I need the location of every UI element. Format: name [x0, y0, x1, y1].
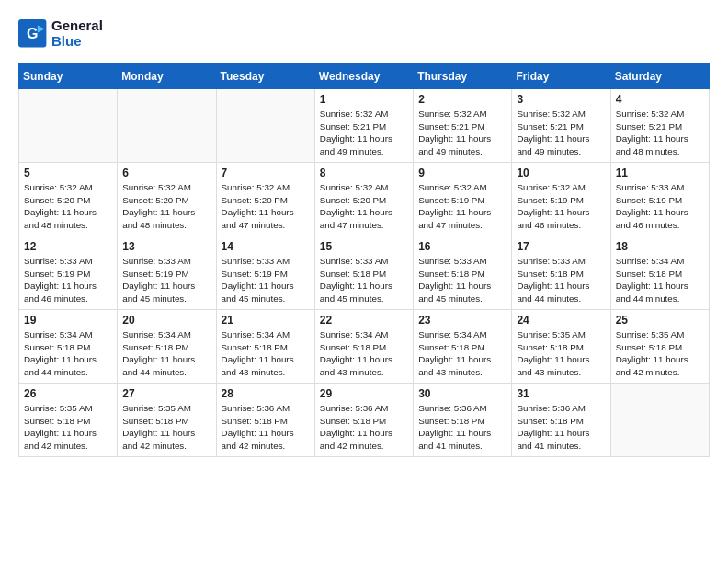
day-of-week-header: Wednesday — [314, 64, 413, 89]
day-info: Sunrise: 5:32 AM Sunset: 5:21 PM Dayligh… — [418, 108, 506, 158]
logo: G General Blue — [18, 18, 103, 49]
page-header: G General Blue — [18, 18, 710, 49]
day-info: Sunrise: 5:32 AM Sunset: 5:20 PM Dayligh… — [320, 181, 408, 232]
calendar-day-cell: 30Sunrise: 5:36 AM Sunset: 5:18 PM Dayli… — [414, 384, 512, 457]
day-info: Sunrise: 5:32 AM Sunset: 5:20 PM Dayligh… — [222, 181, 310, 232]
calendar-header-row: SundayMondayTuesdayWednesdayThursdayFrid… — [19, 64, 710, 89]
calendar-day-cell: 9Sunrise: 5:32 AM Sunset: 5:19 PM Daylig… — [414, 163, 512, 236]
day-info: Sunrise: 5:34 AM Sunset: 5:18 PM Dayligh… — [222, 328, 310, 379]
calendar-day-cell: 19Sunrise: 5:34 AM Sunset: 5:18 PM Dayli… — [19, 310, 118, 384]
calendar-day-cell: 26Sunrise: 5:35 AM Sunset: 5:18 PM Dayli… — [19, 384, 118, 457]
day-number: 19 — [24, 314, 112, 327]
day-number: 16 — [418, 240, 506, 253]
day-number: 15 — [320, 240, 408, 253]
day-info: Sunrise: 5:32 AM Sunset: 5:21 PM Dayligh… — [616, 108, 704, 158]
calendar-day-cell — [19, 89, 118, 163]
day-info: Sunrise: 5:36 AM Sunset: 5:18 PM Dayligh… — [320, 402, 408, 453]
day-of-week-header: Sunday — [19, 64, 118, 89]
day-info: Sunrise: 5:36 AM Sunset: 5:18 PM Dayligh… — [222, 402, 310, 453]
calendar-week-row: 12Sunrise: 5:33 AM Sunset: 5:19 PM Dayli… — [19, 236, 710, 310]
calendar-day-cell: 23Sunrise: 5:34 AM Sunset: 5:18 PM Dayli… — [414, 310, 512, 384]
day-info: Sunrise: 5:32 AM Sunset: 5:19 PM Dayligh… — [517, 181, 605, 232]
calendar-day-cell: 1Sunrise: 5:32 AM Sunset: 5:21 PM Daylig… — [314, 89, 413, 163]
calendar-week-row: 1Sunrise: 5:32 AM Sunset: 5:21 PM Daylig… — [19, 89, 710, 163]
calendar-day-cell: 18Sunrise: 5:34 AM Sunset: 5:18 PM Dayli… — [610, 236, 709, 310]
day-number: 23 — [418, 314, 506, 327]
day-of-week-header: Thursday — [414, 64, 512, 89]
calendar-day-cell: 24Sunrise: 5:35 AM Sunset: 5:18 PM Dayli… — [512, 310, 610, 384]
day-info: Sunrise: 5:35 AM Sunset: 5:18 PM Dayligh… — [517, 328, 605, 379]
day-info: Sunrise: 5:33 AM Sunset: 5:19 PM Dayligh… — [222, 255, 310, 305]
day-number: 6 — [122, 167, 210, 179]
day-number: 7 — [222, 167, 310, 179]
day-info: Sunrise: 5:36 AM Sunset: 5:18 PM Dayligh… — [517, 402, 605, 453]
calendar-day-cell: 29Sunrise: 5:36 AM Sunset: 5:18 PM Dayli… — [314, 384, 413, 457]
calendar-table: SundayMondayTuesdayWednesdayThursdayFrid… — [18, 63, 710, 457]
logo-icon: G — [18, 19, 48, 49]
day-of-week-header: Monday — [118, 64, 216, 89]
day-number: 30 — [418, 387, 506, 400]
logo-text-line1: General — [51, 18, 103, 34]
calendar-day-cell: 22Sunrise: 5:34 AM Sunset: 5:18 PM Dayli… — [314, 310, 413, 384]
calendar-day-cell: 10Sunrise: 5:32 AM Sunset: 5:19 PM Dayli… — [512, 163, 610, 236]
day-number: 18 — [616, 240, 704, 253]
calendar-day-cell: 5Sunrise: 5:32 AM Sunset: 5:20 PM Daylig… — [19, 163, 118, 236]
day-info: Sunrise: 5:35 AM Sunset: 5:18 PM Dayligh… — [24, 402, 112, 453]
calendar-week-row: 5Sunrise: 5:32 AM Sunset: 5:20 PM Daylig… — [19, 163, 710, 236]
day-number: 27 — [122, 387, 210, 400]
day-info: Sunrise: 5:32 AM Sunset: 5:20 PM Dayligh… — [122, 181, 210, 232]
day-number: 22 — [320, 314, 408, 327]
day-of-week-header: Tuesday — [216, 64, 314, 89]
day-number: 29 — [320, 387, 408, 400]
day-number: 20 — [122, 314, 210, 327]
day-number: 11 — [616, 167, 704, 179]
calendar-day-cell: 21Sunrise: 5:34 AM Sunset: 5:18 PM Dayli… — [216, 310, 314, 384]
day-info: Sunrise: 5:32 AM Sunset: 5:21 PM Dayligh… — [320, 108, 408, 158]
day-number: 25 — [616, 314, 704, 327]
day-info: Sunrise: 5:34 AM Sunset: 5:18 PM Dayligh… — [24, 328, 112, 379]
calendar-week-row: 26Sunrise: 5:35 AM Sunset: 5:18 PM Dayli… — [19, 384, 710, 457]
day-info: Sunrise: 5:33 AM Sunset: 5:19 PM Dayligh… — [24, 255, 112, 305]
calendar-day-cell: 12Sunrise: 5:33 AM Sunset: 5:19 PM Dayli… — [19, 236, 118, 310]
calendar-day-cell: 7Sunrise: 5:32 AM Sunset: 5:20 PM Daylig… — [216, 163, 314, 236]
calendar-day-cell: 17Sunrise: 5:33 AM Sunset: 5:18 PM Dayli… — [512, 236, 610, 310]
day-number: 24 — [517, 314, 605, 327]
day-number: 31 — [517, 387, 605, 400]
calendar-day-cell: 6Sunrise: 5:32 AM Sunset: 5:20 PM Daylig… — [118, 163, 216, 236]
calendar-day-cell: 27Sunrise: 5:35 AM Sunset: 5:18 PM Dayli… — [118, 384, 216, 457]
calendar-week-row: 19Sunrise: 5:34 AM Sunset: 5:18 PM Dayli… — [19, 310, 710, 384]
day-info: Sunrise: 5:33 AM Sunset: 5:18 PM Dayligh… — [320, 255, 408, 305]
day-number: 28 — [222, 387, 310, 400]
day-info: Sunrise: 5:36 AM Sunset: 5:18 PM Dayligh… — [418, 402, 506, 453]
day-number: 14 — [222, 240, 310, 253]
day-info: Sunrise: 5:34 AM Sunset: 5:18 PM Dayligh… — [320, 328, 408, 379]
calendar-day-cell — [118, 89, 216, 163]
day-info: Sunrise: 5:33 AM Sunset: 5:18 PM Dayligh… — [517, 255, 605, 305]
svg-text:G: G — [27, 25, 38, 40]
day-info: Sunrise: 5:32 AM Sunset: 5:20 PM Dayligh… — [24, 181, 112, 232]
calendar-day-cell: 2Sunrise: 5:32 AM Sunset: 5:21 PM Daylig… — [414, 89, 512, 163]
calendar-day-cell: 11Sunrise: 5:33 AM Sunset: 5:19 PM Dayli… — [610, 163, 709, 236]
calendar-day-cell: 8Sunrise: 5:32 AM Sunset: 5:20 PM Daylig… — [314, 163, 413, 236]
calendar-day-cell: 3Sunrise: 5:32 AM Sunset: 5:21 PM Daylig… — [512, 89, 610, 163]
day-number: 5 — [24, 167, 112, 179]
day-info: Sunrise: 5:33 AM Sunset: 5:19 PM Dayligh… — [616, 181, 704, 232]
calendar-day-cell — [610, 384, 709, 457]
day-info: Sunrise: 5:33 AM Sunset: 5:18 PM Dayligh… — [418, 255, 506, 305]
day-number: 26 — [24, 387, 112, 400]
day-number: 8 — [320, 167, 408, 179]
day-of-week-header: Friday — [512, 64, 610, 89]
logo-text-line2: Blue — [51, 34, 103, 50]
day-number: 1 — [320, 93, 408, 106]
day-number: 21 — [222, 314, 310, 327]
day-info: Sunrise: 5:35 AM Sunset: 5:18 PM Dayligh… — [122, 402, 210, 453]
calendar-day-cell: 14Sunrise: 5:33 AM Sunset: 5:19 PM Dayli… — [216, 236, 314, 310]
calendar-day-cell: 31Sunrise: 5:36 AM Sunset: 5:18 PM Dayli… — [512, 384, 610, 457]
day-number: 17 — [517, 240, 605, 253]
day-number: 2 — [418, 93, 506, 106]
day-number: 10 — [517, 167, 605, 179]
day-number: 9 — [418, 167, 506, 179]
day-number: 13 — [122, 240, 210, 253]
day-of-week-header: Saturday — [610, 64, 709, 89]
day-info: Sunrise: 5:32 AM Sunset: 5:21 PM Dayligh… — [517, 108, 605, 158]
